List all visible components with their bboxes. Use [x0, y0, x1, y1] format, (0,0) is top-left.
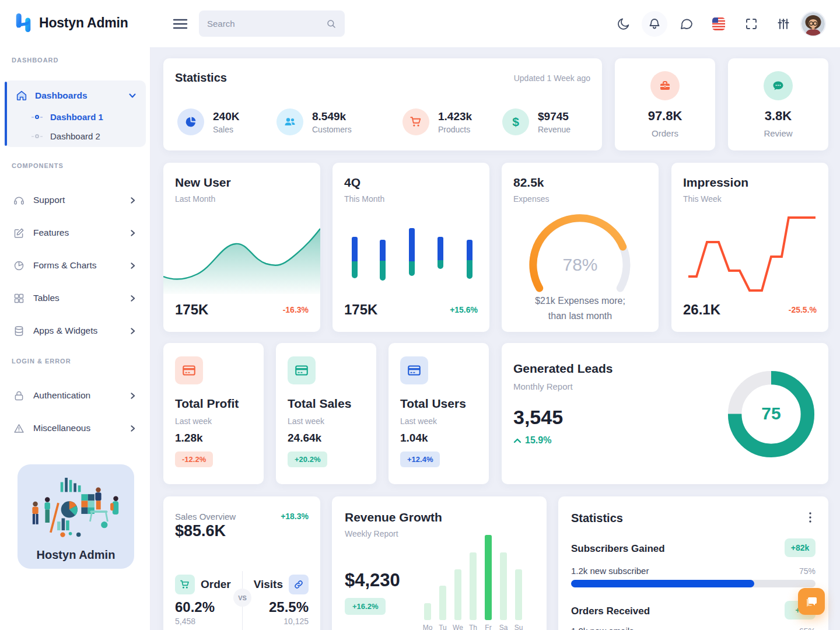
revenue-bar: Mo	[424, 531, 431, 620]
sidebar-item-label: Dashboard 2	[50, 131, 100, 141]
dashboard-page: Hostyn Admin	[0, 0, 840, 630]
card-delta: -25.5.%	[789, 305, 817, 314]
delta-text: 15.9%	[525, 435, 551, 446]
sidebar: DASHBOARD Dashboards Dashboard 1 Dashboa…	[0, 47, 150, 630]
customers-users-icon	[276, 108, 303, 135]
metric-label: Order	[201, 578, 231, 591]
revenue-bar: Fr	[485, 531, 492, 620]
total-users-card: Total Users Last week 1.04k +12.4%	[388, 343, 489, 484]
card-title: 82.5k	[513, 176, 544, 190]
sidebar-item-forms-charts[interactable]: Forms & Charts	[0, 254, 150, 277]
sidebar-illustration-card: Hostyn Admin	[18, 464, 134, 569]
sidebar-item-label: Dashboard 1	[50, 112, 103, 122]
chevron-right-icon	[129, 392, 136, 400]
fullscreen-icon[interactable]	[744, 17, 758, 31]
q4-bar-bottom	[409, 261, 415, 276]
chevron-right-icon	[129, 295, 136, 302]
sidebar-item-dashboard-1[interactable]: Dashboard 1	[5, 108, 146, 125]
headphones-icon	[13, 194, 25, 206]
impression-card: Impression This Week 26.1K -25.5.%	[671, 163, 828, 332]
review-chat-icon	[764, 71, 793, 100]
warning-triangle-icon	[13, 422, 25, 435]
database-icon	[13, 325, 25, 337]
orders-card: 97.8K Orders	[615, 58, 715, 150]
q4-bar-bottom	[467, 260, 473, 279]
briefcase-icon	[650, 71, 680, 100]
order-metric: Order	[175, 575, 231, 594]
notifications-bell-icon[interactable]	[648, 17, 662, 31]
settings-sliders-icon[interactable]	[776, 17, 790, 31]
sidebar-item-authentication[interactable]: Authentication	[0, 384, 150, 407]
card-value: $85.6K	[175, 522, 226, 540]
card-title: New User	[175, 176, 231, 190]
chevron-right-icon	[129, 197, 136, 204]
sidebar-item-support[interactable]: Support	[0, 188, 150, 212]
statistics-card: Statistics Updated 1 Week ago 240K Sales	[163, 58, 602, 150]
revenue-bar: We	[454, 531, 461, 620]
revenue-growth-card: Revenue Growth Weekly Report $4,230 +16.…	[332, 496, 547, 630]
user-avatar[interactable]	[802, 12, 825, 36]
delta-badge: +20.2%	[288, 452, 327, 467]
q4-bar-top	[467, 240, 473, 260]
card-value: 1.04k	[400, 432, 428, 444]
progress-fill	[571, 580, 754, 587]
sidebar-item-label: Apps & Widgets	[33, 326, 97, 336]
sidebar-item-label: Support	[33, 195, 65, 205]
sidebar-item-dashboard-2[interactable]: Dashboard 2	[5, 127, 146, 145]
delta-badge: -12.2%	[175, 452, 213, 467]
row-subtitle: 1.0k new emails	[571, 626, 634, 630]
sidebar-group-dashboards: Dashboards Dashboard 1 Dashboard 2	[5, 80, 146, 147]
metric-label: Visits	[254, 578, 283, 591]
card-title: Total Sales	[288, 397, 351, 411]
card-delta: +18.3%	[281, 512, 309, 521]
revenue-bar: Tu	[439, 531, 446, 620]
messages-chat-icon[interactable]	[680, 17, 694, 31]
hamburger-menu-icon[interactable]	[172, 17, 188, 31]
card-value: $4,230	[345, 570, 400, 591]
expenses-note-line2: than last month	[502, 311, 659, 321]
sidebar-item-miscellaneous[interactable]: Miscellaneous	[0, 416, 150, 440]
day-label: Th	[469, 624, 477, 630]
card-delta: 15.9%	[513, 435, 551, 446]
day-label: Fr	[485, 624, 491, 630]
order-count: 5,458	[175, 617, 195, 626]
section-label-components: COMPONENTS	[12, 162, 64, 169]
brand[interactable]: Hostyn Admin	[14, 13, 128, 33]
sales-overview-card: Sales Overview +18.3% $85.6K Order VS Vi…	[163, 496, 320, 630]
chat-fab-button[interactable]	[798, 588, 825, 615]
sidebar-item-label: Authentication	[33, 390, 90, 401]
card-value: 1.28k	[175, 432, 203, 444]
search-input[interactable]	[207, 19, 326, 29]
sidebar-item-dashboards[interactable]: Dashboards	[5, 85, 146, 106]
row-title: Subscribers Gained	[571, 543, 665, 555]
gauge-percent-label: 78%	[502, 255, 659, 275]
card-title: Generated Leads	[513, 362, 612, 376]
visits-metric: Visits	[254, 575, 309, 594]
donut-value-label: 75	[727, 404, 816, 424]
dark-mode-moon-icon[interactable]	[617, 17, 631, 31]
day-label: Mo	[423, 624, 433, 630]
chevron-right-icon	[129, 327, 136, 335]
language-flag-us[interactable]	[712, 18, 725, 30]
stat-products: 1.423k Products	[402, 108, 472, 135]
card-label: Review	[728, 128, 828, 138]
chevron-right-icon	[129, 425, 136, 432]
sidebar-item-apps-widgets[interactable]: Apps & Widgets	[0, 319, 150, 342]
kebab-menu-icon[interactable]	[805, 512, 816, 523]
visits-percent: 25.5%	[269, 599, 309, 615]
total-profit-card: Total Profit Last week 1.28k -12.2%	[163, 343, 264, 484]
revenue-bar: Th	[470, 531, 477, 620]
chevron-up-icon	[513, 438, 522, 443]
chevron-right-icon	[129, 262, 136, 270]
brand-name: Hostyn Admin	[39, 15, 128, 31]
hostyn-logo-icon	[14, 13, 33, 33]
stat-label: Products	[438, 125, 472, 134]
sidebar-item-tables[interactable]: Tables	[0, 286, 150, 310]
q4-bar-top	[380, 240, 386, 261]
statistics-progress-card: Statistics Subscribers Gained +82k 1.2k …	[558, 496, 828, 630]
card-delta: -16.3%	[283, 305, 309, 314]
chevron-down-icon	[128, 92, 136, 100]
vs-badge: VS	[233, 589, 251, 607]
sidebar-item-features[interactable]: Features	[0, 221, 150, 244]
expenses-card: 82.5k Expenses 78% $21k Expenses more; t…	[502, 163, 659, 332]
